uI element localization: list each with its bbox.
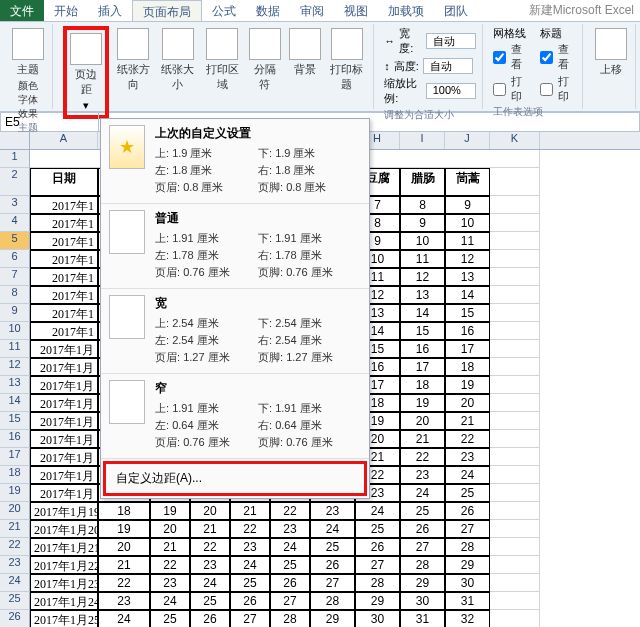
cell[interactable]: 23 bbox=[190, 556, 230, 574]
tab-data[interactable]: 数据 bbox=[246, 0, 290, 21]
cell[interactable] bbox=[490, 340, 540, 358]
cell[interactable]: 25 bbox=[355, 520, 400, 538]
cell[interactable]: 18 bbox=[98, 502, 150, 520]
cell[interactable]: 24 bbox=[230, 556, 270, 574]
cell[interactable]: 11 bbox=[445, 232, 490, 250]
cell[interactable]: 23 bbox=[98, 592, 150, 610]
cell[interactable]: 23 bbox=[150, 574, 190, 592]
cell[interactable] bbox=[490, 484, 540, 502]
cell[interactable]: 2017年1月 bbox=[30, 358, 98, 376]
breaks-button[interactable]: 分隔符 bbox=[247, 26, 283, 94]
col-header-A[interactable]: A bbox=[30, 132, 98, 149]
cell[interactable]: 2017年1月 bbox=[30, 466, 98, 484]
col-header-K[interactable]: K bbox=[490, 132, 540, 149]
cell[interactable]: 2017年1月 bbox=[30, 448, 98, 466]
cell[interactable]: 27 bbox=[310, 574, 355, 592]
cell[interactable]: 30 bbox=[445, 574, 490, 592]
cell[interactable]: 24 bbox=[400, 484, 445, 502]
cell[interactable] bbox=[490, 466, 540, 484]
tab-review[interactable]: 审阅 bbox=[290, 0, 334, 21]
cell[interactable]: 20 bbox=[190, 502, 230, 520]
cell[interactable]: 20 bbox=[98, 538, 150, 556]
cell[interactable]: 21 bbox=[150, 538, 190, 556]
tab-addins[interactable]: 加载项 bbox=[378, 0, 434, 21]
gridlines-print-checkbox[interactable] bbox=[493, 83, 506, 96]
custom-margins-button[interactable]: 自定义边距(A)... bbox=[103, 461, 367, 496]
tab-formulas[interactable]: 公式 bbox=[202, 0, 246, 21]
cell[interactable]: 11 bbox=[400, 250, 445, 268]
cell[interactable]: 2017年1月 bbox=[30, 430, 98, 448]
cell[interactable]: 日期 bbox=[30, 168, 98, 196]
cell[interactable]: 23 bbox=[310, 502, 355, 520]
cell[interactable]: 22 bbox=[270, 502, 310, 520]
cell[interactable]: 13 bbox=[445, 268, 490, 286]
cell[interactable]: 19 bbox=[445, 376, 490, 394]
margin-preset-wide[interactable]: 宽 上: 2.54 厘米下: 2.54 厘米 左: 2.54 厘米右: 2.54… bbox=[101, 289, 369, 374]
themes-button[interactable]: 主题 bbox=[10, 26, 46, 79]
cell[interactable] bbox=[490, 376, 540, 394]
cell[interactable]: 30 bbox=[400, 592, 445, 610]
cell[interactable]: 2017年1月 bbox=[30, 376, 98, 394]
cell[interactable]: 20 bbox=[445, 394, 490, 412]
cell[interactable]: 26 bbox=[445, 502, 490, 520]
cell[interactable] bbox=[490, 358, 540, 376]
col-header-J[interactable]: J bbox=[445, 132, 490, 149]
cell[interactable]: 28 bbox=[355, 574, 400, 592]
cell[interactable]: 24 bbox=[310, 520, 355, 538]
cell[interactable]: 20 bbox=[150, 520, 190, 538]
cell[interactable] bbox=[490, 538, 540, 556]
cell[interactable]: 16 bbox=[400, 340, 445, 358]
cell[interactable]: 26 bbox=[230, 592, 270, 610]
cell[interactable]: 18 bbox=[400, 376, 445, 394]
cell[interactable]: 2017年1 bbox=[30, 322, 98, 340]
cell[interactable]: 22 bbox=[98, 574, 150, 592]
cell[interactable]: 27 bbox=[355, 556, 400, 574]
orientation-button[interactable]: 纸张方向 bbox=[113, 26, 154, 94]
cell[interactable]: 2017年1 bbox=[30, 196, 98, 214]
cell[interactable]: 27 bbox=[230, 610, 270, 627]
cell[interactable]: 26 bbox=[310, 556, 355, 574]
tab-page-layout[interactable]: 页面布局 bbox=[132, 0, 202, 21]
margin-preset-last[interactable]: 上次的自定义设置 上: 1.9 厘米下: 1.9 厘米 左: 1.8 厘米右: … bbox=[101, 119, 369, 204]
cell[interactable]: 24 bbox=[355, 502, 400, 520]
cell[interactable]: 8 bbox=[400, 196, 445, 214]
cell[interactable]: 30 bbox=[355, 610, 400, 627]
tab-file[interactable]: 文件 bbox=[0, 0, 44, 21]
height-select[interactable]: 自动 bbox=[423, 58, 473, 74]
cell[interactable]: 2017年1 bbox=[30, 250, 98, 268]
cell[interactable]: 9 bbox=[445, 196, 490, 214]
print-titles-button[interactable]: 打印标题 bbox=[327, 26, 368, 94]
cell[interactable]: 15 bbox=[400, 322, 445, 340]
print-area-button[interactable]: 打印区域 bbox=[202, 26, 243, 94]
bring-forward-button[interactable]: 上移 bbox=[593, 26, 629, 79]
width-select[interactable]: 自动 bbox=[426, 33, 476, 49]
cell[interactable]: 21 bbox=[230, 502, 270, 520]
cell[interactable]: 20 bbox=[400, 412, 445, 430]
cell[interactable] bbox=[490, 610, 540, 627]
cell[interactable]: 24 bbox=[270, 538, 310, 556]
cell[interactable]: 2017年1 bbox=[30, 286, 98, 304]
cell[interactable] bbox=[490, 168, 540, 196]
cell[interactable]: 32 bbox=[445, 610, 490, 627]
cell[interactable]: 14 bbox=[400, 304, 445, 322]
margin-preset-narrow[interactable]: 窄 上: 1.91 厘米下: 1.91 厘米 左: 0.64 厘米右: 0.64… bbox=[101, 374, 369, 459]
cell[interactable]: 2017年1月 bbox=[30, 484, 98, 502]
tab-team[interactable]: 团队 bbox=[434, 0, 478, 21]
theme-fonts[interactable]: 字体 bbox=[18, 93, 38, 107]
cell[interactable]: 22 bbox=[190, 538, 230, 556]
name-box[interactable]: E5 bbox=[1, 113, 99, 131]
cell[interactable]: 2017年1 bbox=[30, 304, 98, 322]
cell[interactable]: 9 bbox=[400, 214, 445, 232]
tab-home[interactable]: 开始 bbox=[44, 0, 88, 21]
scale-input[interactable]: 100% bbox=[426, 83, 476, 99]
margins-button[interactable]: 页边距 ▾ bbox=[68, 31, 104, 114]
cell[interactable]: 21 bbox=[445, 412, 490, 430]
cell[interactable]: 2017年1 bbox=[30, 214, 98, 232]
cell[interactable]: 25 bbox=[230, 574, 270, 592]
cell[interactable] bbox=[490, 556, 540, 574]
tab-view[interactable]: 视图 bbox=[334, 0, 378, 21]
col-header-I[interactable]: I bbox=[400, 132, 445, 149]
cell[interactable]: 2017年1月 bbox=[30, 412, 98, 430]
cell[interactable]: 16 bbox=[445, 322, 490, 340]
cell[interactable] bbox=[490, 592, 540, 610]
